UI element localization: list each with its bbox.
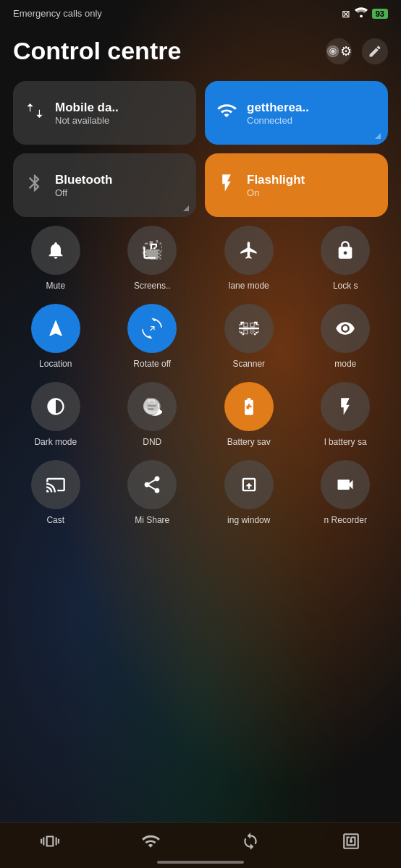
vibrate-nav-icon xyxy=(41,832,59,855)
super-battery-toggle[interactable]: l battery sa xyxy=(303,382,389,447)
super-battery-circle xyxy=(321,382,370,431)
lock-toggle[interactable]: Lock s xyxy=(303,226,389,291)
mishare-label: Mi Share xyxy=(135,515,169,525)
nfc-nav-item[interactable] xyxy=(342,832,360,855)
header-actions: ⚙ xyxy=(326,38,388,64)
eye-label: mode xyxy=(334,359,356,369)
screenshot-circle xyxy=(127,226,177,275)
sync-nav-item[interactable] xyxy=(241,832,260,855)
cast-toggle[interactable]: Cast xyxy=(13,460,98,525)
screen-recorder-circle xyxy=(321,460,370,509)
bluetooth-status: Off xyxy=(55,187,112,198)
toggles-row-1: Mute Screens.. lane mode xyxy=(13,226,388,291)
status-icons: ⊠ 93 xyxy=(342,7,388,20)
darkmode-label: Dark mode xyxy=(34,437,77,447)
nfc-nav-icon xyxy=(342,832,360,855)
emergency-calls-text: Emergency calls only xyxy=(13,8,102,19)
vibrate-nav-item[interactable] xyxy=(41,832,59,855)
wifi-arrow xyxy=(375,133,381,139)
darkmode-toggle[interactable]: Dark mode xyxy=(13,382,98,447)
wifi-tile[interactable]: gettherea.. Connected xyxy=(205,81,388,145)
super-battery-label: l battery sa xyxy=(324,437,367,447)
edit-button[interactable] xyxy=(362,38,388,64)
mishare-toggle[interactable]: Mi Share xyxy=(110,460,195,525)
wifi-status: Connected xyxy=(247,115,309,126)
flashlight-icon xyxy=(216,173,237,198)
battery-saver-toggle[interactable]: Battery sav xyxy=(206,382,292,447)
wifi-tile-icon xyxy=(216,101,237,126)
battery-saver-label: Battery sav xyxy=(227,437,271,447)
mute-circle xyxy=(31,226,80,275)
rotate-circle xyxy=(127,304,177,353)
wifi-nav-icon xyxy=(141,832,160,855)
toggles-row-4: Cast Mi Share ing window xyxy=(13,460,388,525)
flashlight-status: On xyxy=(247,187,305,198)
screen-recorder-toggle[interactable]: n Recorder xyxy=(303,460,389,525)
dnd-label: DND xyxy=(143,437,161,447)
page-title: Control centre xyxy=(13,37,181,65)
bluetooth-text: Bluetooth Off xyxy=(55,173,112,198)
settings-button[interactable]: ⚙ xyxy=(326,38,352,64)
wifi-name: gettherea.. xyxy=(247,101,309,115)
dnd-toggle[interactable]: DND xyxy=(110,382,195,447)
rotate-label: Rotate off xyxy=(133,359,171,369)
wifi-nav-item[interactable] xyxy=(141,832,160,855)
top-tiles-row: Mobile da.. Not available gettherea.. Co… xyxy=(13,81,388,145)
location-circle xyxy=(31,304,80,353)
svg-point-1 xyxy=(332,50,334,52)
flashlight-text: Flashlight On xyxy=(247,173,305,198)
scanner-label: Scanner xyxy=(232,359,265,369)
battery-icon: 93 xyxy=(372,9,388,19)
darkmode-circle xyxy=(31,382,80,431)
status-bar: Emergency calls only ⊠ 93 xyxy=(0,0,401,24)
eye-circle xyxy=(321,304,370,353)
mobile-data-name: Mobile da.. xyxy=(55,101,119,115)
bluetooth-tile[interactable]: Bluetooth Off xyxy=(13,153,196,217)
svg-point-0 xyxy=(360,14,363,17)
header: Control centre ⚙ xyxy=(13,24,388,81)
flashlight-tile[interactable]: Flashlight On xyxy=(205,153,388,217)
mishare-circle xyxy=(127,460,177,509)
bluetooth-icon xyxy=(25,173,45,198)
location-label: Location xyxy=(39,359,72,369)
airplane-toggle[interactable]: lane mode xyxy=(206,226,292,291)
home-indicator xyxy=(157,861,244,864)
location-toggle[interactable]: Location xyxy=(13,304,98,369)
mute-label: Mute xyxy=(46,281,65,291)
battery-saver-circle xyxy=(224,382,274,431)
toggles-row-3: Dark mode DND Battery sav xyxy=(13,382,388,447)
flashlight-name: Flashlight xyxy=(247,173,305,187)
toggles-row-2: Location Rotate off Scanner xyxy=(13,304,388,369)
screenshot-label: Screens.. xyxy=(134,281,171,291)
cast-label: Cast xyxy=(46,515,64,525)
mid-tiles-row: Bluetooth Off Flashlight On xyxy=(13,153,388,217)
mobile-data-text: Mobile da.. Not available xyxy=(55,101,119,126)
mobile-data-status: Not available xyxy=(55,115,119,126)
bluetooth-name: Bluetooth xyxy=(55,173,112,187)
airplane-label: lane mode xyxy=(229,281,269,291)
mute-toggle[interactable]: Mute xyxy=(13,226,98,291)
wifi-text: gettherea.. Connected xyxy=(247,101,309,126)
lock-label: Lock s xyxy=(333,281,358,291)
mobile-data-icon xyxy=(25,101,45,126)
float-window-toggle[interactable]: ing window xyxy=(206,460,292,525)
bluetooth-arrow xyxy=(183,205,189,211)
screen-icon: ⊠ xyxy=(342,8,350,20)
scanner-circle xyxy=(224,304,274,353)
airplane-circle xyxy=(224,226,274,275)
dnd-circle xyxy=(127,382,177,431)
screen-recorder-label: n Recorder xyxy=(324,515,367,525)
rotate-toggle[interactable]: Rotate off xyxy=(110,304,195,369)
sync-nav-icon xyxy=(241,832,260,855)
float-window-circle xyxy=(224,460,274,509)
wifi-status-icon xyxy=(355,7,368,20)
lock-circle xyxy=(321,226,370,275)
scanner-toggle[interactable]: Scanner xyxy=(206,304,292,369)
mobile-data-tile[interactable]: Mobile da.. Not available xyxy=(13,81,196,145)
cast-circle xyxy=(31,460,80,509)
float-window-label: ing window xyxy=(227,515,270,525)
eye-toggle[interactable]: mode xyxy=(303,304,389,369)
screenshot-toggle[interactable]: Screens.. xyxy=(110,226,195,291)
